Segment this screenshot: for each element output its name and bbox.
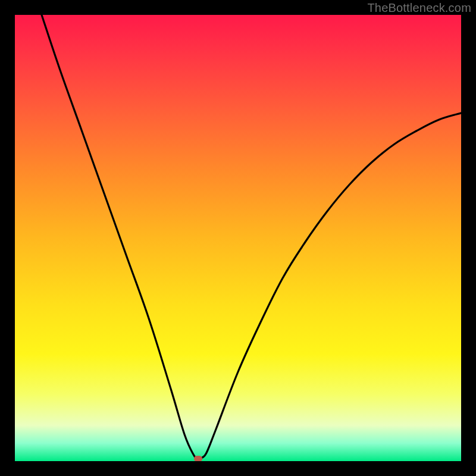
bottleneck-curve <box>15 15 461 461</box>
plot-area <box>15 15 461 461</box>
watermark-text: TheBottleneck.com <box>367 1 471 15</box>
minimum-marker-icon <box>194 456 202 461</box>
chart-frame: TheBottleneck.com <box>0 0 476 476</box>
